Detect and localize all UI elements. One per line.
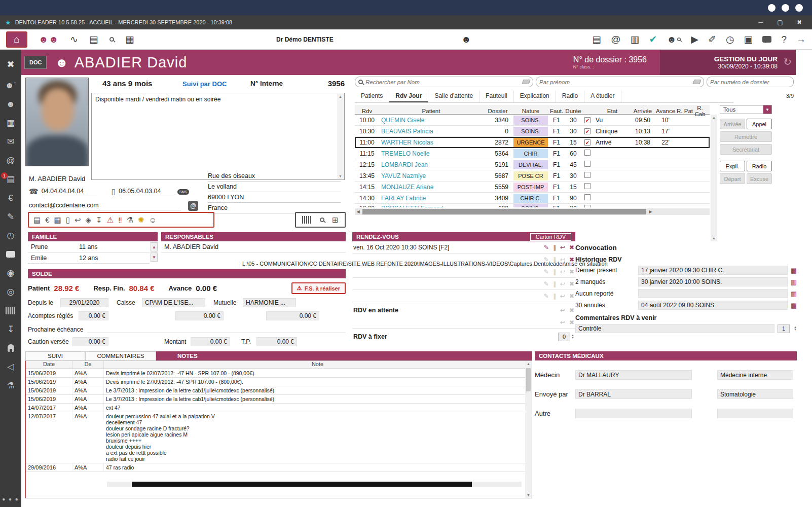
mobile-number[interactable]: 06.05.04.03.04 [119, 188, 174, 196]
rdv-patient-link[interactable]: YAVUZ Nazmiye [379, 172, 483, 179]
lab-sample-icon[interactable]: ⚗ [127, 215, 133, 225]
contact-name-field[interactable]: Dr MALLAURY [575, 370, 692, 380]
comment-scrollbar[interactable]: ▲▼ [337, 94, 344, 179]
arrived-checkbox[interactable]: ✔ [582, 139, 594, 146]
share-icon[interactable]: ↩ [75, 215, 81, 225]
billing-euro-icon[interactable]: € [0, 189, 21, 207]
inbox-icon[interactable]: ↧ [96, 215, 102, 225]
email-at-icon[interactable]: @ [611, 34, 620, 45]
toothbrush-icon[interactable]: ✐ [708, 33, 716, 45]
undo-icon[interactable]: ↩ [560, 307, 565, 314]
phone-number[interactable]: 04.04.04.04.04 [42, 188, 97, 196]
lab-icon[interactable]: ⚗ [0, 376, 21, 395]
note-row[interactable]: 14/07/2017 A%A ext 47 [26, 404, 532, 412]
arrived-checkbox[interactable] [582, 172, 594, 179]
undo-rdv-icon[interactable]: ↩ [560, 244, 565, 251]
contact-specialty-field[interactable]: Médecine interne [717, 370, 793, 380]
email-address[interactable]: contact@ccdentaire.com [29, 202, 181, 210]
find-person-icon[interactable]: ☻ [667, 34, 681, 45]
rdv-patient-link[interactable]: TREMELO Noelle [379, 150, 483, 157]
schedule-edit-icon[interactable]: ✎ [0, 207, 21, 226]
urgent-icon[interactable]: ‼ [118, 215, 122, 224]
spinner-icon[interactable]: ▲▼ [571, 334, 574, 339]
appel-button[interactable]: Appel [747, 119, 772, 129]
deposit-value[interactable]: 0.00 € [266, 311, 319, 320]
depart-button[interactable]: Départ [720, 173, 745, 184]
mutuelle-value[interactable]: HARMONIE ... [243, 298, 296, 307]
tp-value[interactable]: 0.00 € [256, 337, 297, 346]
search-name-input[interactable] [365, 79, 520, 85]
tab-commentaires[interactable]: COMMENTAIRES [85, 351, 156, 360]
search-patient-icon[interactable]: ☻ [0, 95, 21, 114]
family-member-row[interactable]: Emile 12 ans [28, 252, 150, 264]
alert-icon[interactable]: ⚠ [107, 215, 114, 225]
day-planning-icon[interactable]: ▦ [125, 33, 134, 45]
webcam-user-icon[interactable]: ☻ [461, 34, 471, 45]
appointment-row[interactable]: 16:00 BORSALETTI Fernand 600 SOINS. F1 3… [355, 204, 710, 207]
sidebar-more-icon[interactable]: ● ● ● [2, 496, 19, 502]
arrivee-button[interactable]: Arrivée [720, 119, 745, 129]
address-line[interactable]: 69000 LYON [208, 193, 341, 203]
search-by-firstname[interactable] [536, 77, 704, 87]
radio-button[interactable]: Radio [747, 161, 772, 171]
cancel-rdv-icon[interactable]: ✖ [569, 244, 574, 251]
tab-notes[interactable]: NOTES [156, 351, 532, 360]
at-sign-icon[interactable]: @ [0, 151, 21, 170]
history-value[interactable]: 17 janvier 2020 09:30 CHIR C. [638, 266, 788, 275]
rdv-patient-link[interactable]: BEAUVAIS Patricia [379, 128, 483, 135]
folders-icon[interactable]: ▣ [744, 33, 753, 45]
documents-icon[interactable]: ▯ [66, 215, 70, 225]
remettre-button[interactable]: Remettre [720, 131, 772, 142]
barcode-icon[interactable] [0, 301, 21, 320]
appointment-row[interactable]: 13:45 YAVUZ Nazmiye 5687 POSE CR F1 30 [355, 170, 710, 182]
clear-icon[interactable] [692, 80, 701, 84]
controle-field[interactable]: Contrôle [575, 324, 774, 333]
since-value[interactable]: 29/01/2020 [60, 298, 108, 307]
calendar-icon[interactable]: ▦ [791, 290, 797, 298]
appointment-row[interactable]: 10:30 BEAUVAIS Patricia 0 SOINS. F1 30 ✔… [355, 126, 710, 137]
document-search-icon[interactable] [109, 37, 114, 42]
appointment-row[interactable]: 11:00 WARTHER Nicolas 2872 URGENCE F1 15… [355, 137, 710, 148]
scan-barcode-icon[interactable] [302, 216, 312, 224]
mood-icon[interactable]: ☺ [149, 215, 157, 224]
calendar-icon[interactable]: ▦ [791, 302, 797, 309]
appointments-vscrollbar[interactable]: ▲▼ [711, 115, 717, 241]
contact-card-icon[interactable]: ▤ [89, 33, 98, 45]
family-scrollbar[interactable]: ▲▼ [151, 242, 158, 262]
comment-count[interactable]: 1 [778, 324, 790, 333]
history-value[interactable] [638, 289, 788, 298]
search-by-number[interactable] [707, 77, 794, 87]
arrived-checkbox[interactable] [582, 150, 594, 157]
appointment-row[interactable]: 14:15 MONJAUZE Ariane 5559 POST-IMP F1 1… [355, 182, 710, 193]
refresh-icon[interactable]: ↻ [783, 56, 792, 68]
statistics-icon[interactable]: ∿ [70, 33, 78, 45]
caisse-value[interactable]: CPAM DE L'ISE... [142, 298, 205, 307]
tab-suivi[interactable]: SUIVI [25, 351, 85, 360]
sms-icon[interactable]: ▤1 [0, 170, 21, 189]
family-member-row[interactable]: Prune 11 ans [28, 241, 150, 252]
deposit-value[interactable]: 0.00 € [175, 311, 224, 320]
minimize-button[interactable]: ─ [753, 19, 768, 26]
alarm-clock-icon[interactable]: ◷ [726, 33, 734, 45]
address-line[interactable]: Rue des oiseaux [208, 171, 341, 182]
appointment-row[interactable]: 14:30 FARLAY Fabrice 3409 CHIR C. F1 90 [355, 193, 710, 204]
search-number-input[interactable] [710, 79, 790, 85]
spinner-icon[interactable]: ▲▼ [794, 326, 797, 331]
search-firstname-input[interactable] [539, 79, 691, 85]
note-row[interactable]: 12/07/2017 A%A douleur percussion 47 axi… [26, 412, 532, 463]
arrived-checkbox[interactable] [582, 205, 594, 208]
contact-specialty-field[interactable] [717, 409, 793, 418]
add-photo-icon[interactable]: ⊞ [332, 215, 339, 225]
rdv-patient-link[interactable]: MONJAUZE Ariane [379, 184, 483, 191]
zoom-plus-icon[interactable] [320, 216, 324, 224]
send-email-icon[interactable]: @ [188, 201, 198, 211]
excuse-button[interactable]: Excuse [747, 173, 772, 184]
idea-icon[interactable]: ✺ [138, 215, 144, 225]
patients-icon[interactable]: ☻☻ [39, 34, 59, 45]
tooth-chart-icon[interactable] [0, 339, 21, 357]
payment-card-icon[interactable]: ▤ [592, 33, 601, 45]
chat-icon[interactable] [762, 36, 771, 43]
appointment-row[interactable]: 10:00 QUEMIN Gisele 3340 SOINS. F1 30 ✔ … [355, 115, 710, 126]
arrived-checkbox[interactable]: ✔ [582, 117, 594, 124]
amount-value[interactable]: 0.00 € [191, 337, 230, 346]
